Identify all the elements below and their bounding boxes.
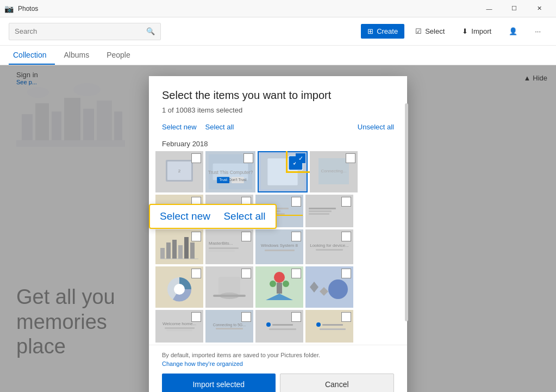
footer-note: By default, imported items are saved to … [162, 352, 394, 358]
photo-checkbox-18 [241, 312, 251, 322]
callout-select-new: Select new [160, 210, 210, 222]
app-title: Photos [18, 5, 38, 13]
main-content: Sign in See p... Get all you memories pl… [0, 65, 556, 392]
people-icon: 👤 [509, 27, 517, 35]
callout-select-all: Select all [223, 210, 265, 222]
photo-item-11[interactable]: Windows System 8 [255, 229, 303, 264]
svg-rect-32 [190, 242, 195, 259]
photo-item-19[interactable] [255, 310, 303, 343]
callout-tooltip: Select new Select all [149, 204, 277, 229]
cancel-button[interactable]: Cancel [280, 374, 395, 392]
import-selected-button[interactable]: Import selected [162, 374, 276, 392]
svg-rect-29 [172, 240, 177, 259]
footer-link[interactable]: Change how they're organized [162, 360, 394, 367]
photo-item-9[interactable] [155, 229, 203, 264]
tab-albums[interactable]: Albums [59, 46, 98, 65]
svg-point-42 [270, 281, 276, 287]
photo-item-2[interactable]: Trust This Computer? Trust Don't Trust [205, 151, 255, 192]
unselect-all-button[interactable]: Unselect all [358, 123, 394, 131]
svg-text:2: 2 [178, 169, 181, 173]
create-button[interactable]: ⊞ Create [361, 24, 404, 39]
svg-text:Trust: Trust [219, 178, 227, 182]
svg-rect-40 [277, 283, 282, 294]
photo-item-14[interactable] [205, 266, 253, 308]
svg-text:Trust This Computer?: Trust This Computer? [208, 170, 253, 175]
hide-button[interactable]: ▲ Hide [523, 74, 547, 82]
svg-point-43 [283, 281, 289, 287]
select-label: Select [425, 27, 445, 35]
svg-marker-41 [266, 294, 293, 300]
more-button[interactable]: ··· [528, 24, 547, 39]
svg-point-45 [328, 279, 348, 299]
select-all-button[interactable]: Select all [205, 121, 234, 133]
close-button[interactable]: ✕ [527, 0, 552, 17]
toolbar: 🔍 ⊞ Create ☑ Select ⬇ Import 👤 ··· [0, 17, 556, 46]
app-icon: 📷 [4, 4, 14, 13]
create-label: Create [377, 27, 398, 35]
photo-item-18[interactable]: Connecting to 5G... [205, 310, 253, 343]
svg-point-35 [174, 284, 185, 295]
photo-checkbox-15 [291, 269, 301, 278]
svg-text:Don't Trust: Don't Trust [229, 178, 246, 182]
footer-buttons: Import selected Cancel [162, 374, 394, 392]
photo-item-20[interactable] [305, 310, 353, 343]
photo-checkbox-20 [341, 312, 351, 322]
import-label: Import [471, 27, 491, 35]
photo-item-10[interactable]: MasterBits... [205, 229, 253, 264]
search-input[interactable] [15, 27, 142, 35]
photo-checkbox-14 [241, 269, 251, 278]
hide-label: Hide [533, 74, 547, 82]
svg-rect-28 [166, 242, 171, 259]
nav-tabs: Collection Albums People [0, 46, 556, 65]
photo-item-12[interactable]: Looking for device... [305, 229, 353, 264]
photo-item-13[interactable] [155, 266, 203, 308]
import-icon: ⬇ [462, 27, 468, 35]
search-box[interactable]: 🔍 [9, 23, 161, 40]
photo-grid: 2 Trust This Comput [149, 151, 407, 345]
modal-header: Select the items you want to import 1 of… [149, 76, 407, 121]
modal-scrollbar[interactable] [405, 103, 408, 321]
import-modal: Select new Select all Select the items y… [149, 76, 407, 392]
photo-checkbox-3 [296, 153, 305, 163]
photo-checkbox-13 [191, 269, 201, 278]
more-icon: ··· [535, 27, 541, 35]
tab-people[interactable]: People [102, 46, 139, 65]
select-icon: ☑ [415, 27, 422, 35]
modal-footer: By default, imported items are saved to … [149, 345, 407, 392]
import-toolbar-button[interactable]: ⬇ Import [455, 24, 498, 39]
photo-checkbox-9 [191, 232, 201, 241]
photo-checkbox-16 [341, 269, 351, 278]
modal-subtitle: 1 of 10083 items selected [162, 106, 394, 114]
modal-title: Select the items you want to import [162, 89, 394, 102]
photo-item-16[interactable] [305, 266, 353, 308]
search-icon: 🔍 [146, 27, 155, 35]
photo-item-8[interactable] [305, 195, 353, 227]
people-icon-button[interactable]: 👤 [502, 24, 524, 39]
select-button[interactable]: ☑ Select [409, 24, 451, 39]
date-header: February 2018 [149, 138, 407, 151]
svg-rect-27 [160, 248, 165, 259]
photo-checkbox-10 [241, 232, 251, 241]
svg-rect-31 [184, 237, 189, 259]
photo-item-4[interactable]: Connecting... [310, 151, 358, 192]
restore-button[interactable]: ☐ [502, 0, 527, 17]
photo-checkbox-19 [291, 312, 301, 322]
photo-row-3: MasterBits... Windows System 8 [155, 229, 401, 264]
photo-checkbox-11 [291, 232, 301, 241]
svg-point-39 [274, 272, 285, 283]
photo-row-5: Welcome home... Connecting to 5G... [155, 310, 401, 343]
photo-checkbox-1 [191, 153, 201, 163]
photo-checkbox-8 [341, 197, 351, 207]
photo-item-3[interactable]: ✓ [258, 151, 308, 192]
tab-collection[interactable]: Collection [9, 46, 55, 65]
titlebar-left: 📷 Photos [4, 4, 38, 13]
titlebar-controls: — ☐ ✕ [477, 0, 552, 17]
photo-item-17[interactable]: Welcome home... [155, 310, 203, 343]
select-new-button[interactable]: Select new [162, 121, 197, 133]
svg-rect-38 [213, 295, 246, 297]
minimize-button[interactable]: — [477, 0, 502, 17]
photo-item-1[interactable]: 2 [155, 151, 203, 192]
photo-checkbox-4 [346, 153, 355, 163]
titlebar: 📷 Photos — ☐ ✕ [0, 0, 556, 17]
photo-item-15[interactable] [255, 266, 303, 308]
